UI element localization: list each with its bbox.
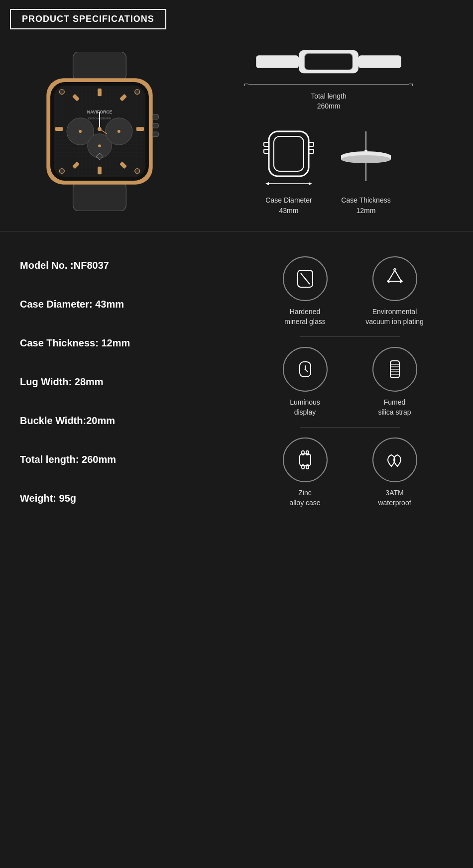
clock-icon [293, 357, 318, 382]
svg-point-19 [118, 130, 120, 133]
strap-icon [382, 357, 407, 382]
case-dimensions-row: Case Diameter 43mm [204, 126, 453, 216]
svg-rect-7 [98, 167, 102, 175]
svg-point-52 [341, 155, 391, 163]
features-panel: Hardenedmineral glass [246, 246, 453, 518]
svg-text:NAVIFORCE: NAVIFORCE [87, 109, 113, 114]
luminous-label: Luminousdisplay [290, 398, 320, 417]
bracket-right: ¬ [409, 80, 413, 89]
feature-zinc-alloy: Zincalloy case [273, 437, 338, 508]
strap-top-view-svg [244, 47, 413, 77]
svg-point-31 [135, 169, 140, 174]
zinc-alloy-circle [283, 437, 328, 482]
silica-strap-circle [372, 347, 417, 392]
svg-marker-45 [309, 182, 312, 185]
dimensions-panel: ⌐ ¬ Total length 260mm [179, 47, 453, 216]
glass-icon [293, 266, 318, 291]
svg-rect-25 [153, 132, 159, 137]
spec-thickness: Case Thickness: 12mm [20, 328, 227, 358]
silica-strap-label: Fumedsilica strap [378, 398, 411, 417]
zinc-alloy-label: Zincalloy case [289, 488, 320, 508]
feature-row-1: Hardenedmineral glass [246, 246, 453, 336]
spec-lug-width: Lug Width: 28mm [20, 367, 227, 397]
vacuum-ion-circle [372, 256, 417, 301]
svg-rect-0 [73, 52, 126, 81]
svg-point-18 [98, 144, 101, 147]
spec-buckle-width: Buckle Width:20mm [20, 406, 227, 435]
svg-rect-9 [136, 127, 144, 131]
svg-point-30 [60, 169, 65, 174]
case-diameter-item: Case Diameter 43mm [261, 126, 316, 216]
strap-diagram: ⌐ ¬ Total length 260mm [204, 47, 453, 111]
length-line [248, 84, 408, 85]
strap-length-indicator: ⌐ ¬ [244, 80, 413, 89]
feature-waterproof: 3ATMwaterproof [362, 437, 427, 508]
svg-rect-6 [98, 89, 102, 97]
svg-rect-34 [358, 56, 401, 69]
svg-point-17 [79, 130, 82, 133]
feature-luminous: Luminousdisplay [273, 347, 338, 417]
svg-rect-38 [274, 136, 304, 171]
hardened-glass-circle [283, 256, 328, 301]
page-title: PRODUCT SPECIFICATIONS [10, 9, 166, 29]
spec-diameter: Case Diameter: 43mm [20, 290, 227, 319]
bracket-left: ⌐ [244, 80, 248, 89]
svg-point-59 [304, 369, 306, 370]
case-diameter-svg [261, 126, 316, 191]
svg-rect-1 [73, 182, 126, 211]
spec-total-length: Total length: 260mm [20, 445, 227, 474]
svg-marker-44 [265, 182, 269, 185]
spec-model: Model No. :NF8037 [20, 251, 227, 280]
svg-rect-36 [305, 54, 353, 70]
feature-row-2: Luminousdisplay [246, 337, 453, 427]
case-thickness-label: Case Thickness 12mm [341, 195, 390, 216]
case-diameter-label: Case Diameter 43mm [265, 195, 312, 216]
svg-rect-8 [55, 127, 63, 131]
feature-silica-strap: Fumedsilica strap [362, 347, 427, 417]
watch-illustration: NAVIFORCE CHRONOGRAPH [30, 52, 169, 211]
svg-rect-24 [153, 123, 159, 128]
svg-rect-66 [300, 454, 311, 466]
water-icon [382, 447, 407, 472]
waterproof-label: 3ATMwaterproof [378, 488, 411, 508]
vacuum-ion-label: Environmentalvacuum ion plating [365, 307, 424, 326]
hardened-glass-label: Hardenedmineral glass [284, 307, 325, 326]
case-thickness-svg [336, 126, 396, 191]
header-section: PRODUCT SPECIFICATIONS [0, 0, 473, 37]
specs-list: Model No. :NF8037 Case Diameter: 43mm Ca… [20, 246, 246, 518]
waterproof-circle [372, 437, 417, 482]
svg-point-29 [135, 90, 140, 95]
svg-point-22 [98, 127, 102, 131]
case-icon [293, 447, 318, 472]
feature-hardened-glass: Hardenedmineral glass [273, 256, 338, 326]
svg-text:CHRONOGRAPH: CHRONOGRAPH [88, 117, 111, 120]
spec-weight: Weight: 95g [20, 484, 227, 513]
case-thickness-item: Case Thickness 12mm [336, 126, 396, 216]
luminous-circle [283, 347, 328, 392]
feature-vacuum-ion: Environmentalvacuum ion plating [362, 256, 427, 326]
strap-total-length-label: Total length 260mm [311, 92, 347, 111]
svg-point-28 [60, 90, 65, 95]
page-wrapper: PRODUCT SPECIFICATIONS [0, 0, 473, 538]
watch-image-container: NAVIFORCE CHRONOGRAPH [20, 47, 179, 216]
recycle-icon [382, 266, 407, 291]
top-section: NAVIFORCE CHRONOGRAPH [0, 37, 473, 231]
feature-row-3: Zincalloy case 3ATMwaterproof [246, 428, 453, 518]
bottom-section: Model No. :NF8037 Case Diameter: 43mm Ca… [0, 231, 473, 538]
svg-rect-37 [269, 131, 309, 176]
svg-rect-33 [256, 56, 299, 69]
svg-rect-23 [153, 114, 159, 119]
svg-line-54 [301, 273, 310, 284]
